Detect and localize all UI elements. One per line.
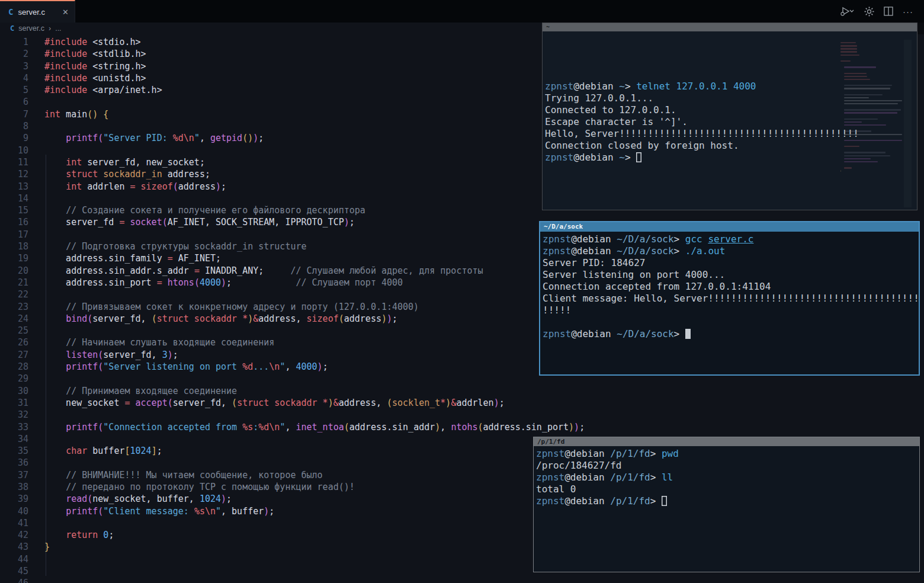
tab-server-c[interactable]: C server.c ✕: [0, 0, 75, 23]
code-text: [28, 193, 50, 204]
token: [98, 169, 103, 180]
token: address.sin_addr.s_addr: [44, 265, 194, 276]
terminal-content[interactable]: zpnst@debian /p/1/fd> pwd/proc/184627/fd…: [534, 446, 919, 572]
token: :: [253, 422, 258, 433]
terminal-titlebar[interactable]: ~: [543, 23, 917, 31]
gear-icon[interactable]: [864, 7, 874, 17]
token: printf: [66, 422, 98, 433]
token: %s: [194, 506, 205, 517]
token: @debian: [573, 152, 613, 163]
breadcrumb-more[interactable]: ...: [55, 24, 61, 33]
terminal-row: Client message: Hello, Server!!!!!!!!!!!…: [543, 293, 919, 305]
code-line: 31 new_socket = accept(server_fd, (struc…: [0, 397, 924, 409]
line-number: 17: [0, 229, 28, 241]
terminal-titlebar[interactable]: /p/1/fd: [534, 437, 919, 446]
line-number: 9: [0, 132, 28, 144]
token: // Принимаем входящее соединение: [66, 386, 237, 396]
terminal-window-proc-fd[interactable]: /p/1/fd zpnst@debian /p/1/fd> pwd/proc/1…: [533, 437, 920, 572]
token: [44, 361, 66, 372]
token: ~: [619, 152, 625, 163]
token: <string.h>: [87, 61, 146, 72]
token: address,: [258, 313, 306, 324]
token: (: [344, 422, 349, 433]
token: Trying 127.0.0.1...: [545, 92, 653, 104]
token: ): [574, 422, 579, 433]
token: sockaddr_in: [103, 169, 162, 180]
minimap-ghost-line: [840, 51, 857, 52]
code-text: printf("Client message: %s\n", buffer);: [28, 505, 274, 517]
close-tab-icon[interactable]: ✕: [62, 8, 69, 17]
line-number: 30: [0, 385, 28, 397]
token: %d: [242, 361, 253, 372]
token: sizeof: [141, 181, 173, 192]
token: [44, 386, 66, 396]
token: ;: [579, 422, 585, 433]
line-number: 1: [0, 36, 28, 48]
token: ;: [258, 133, 264, 143]
token: ): [435, 422, 440, 433]
terminal-content[interactable]: zpnst@debian ~/D/a/sock> gcc server.czpn…: [540, 232, 919, 374]
token: zpnst: [545, 81, 573, 92]
token: htons: [168, 277, 194, 288]
code-text: address.sin_family = AF_INET;: [28, 252, 221, 264]
breadcrumb[interactable]: C server.c › ...: [0, 23, 543, 34]
line-number: 40: [0, 505, 28, 517]
token: bind: [66, 313, 87, 324]
token: ,: [440, 422, 451, 433]
token: >: [650, 495, 662, 507]
token: ,: [285, 361, 296, 372]
c-file-icon-small: C: [10, 24, 14, 33]
token: ~/D/a/sock: [617, 245, 673, 257]
code-line: 32: [0, 409, 924, 421]
token: // Привязываем сокет к конкретному адрес…: [66, 302, 419, 312]
line-number: 33: [0, 421, 28, 433]
token: [44, 530, 66, 540]
token: ): [248, 313, 253, 324]
run-debug-icon[interactable]: [839, 6, 855, 17]
line-number: 43: [0, 541, 28, 553]
terminal-window-sock[interactable]: ~/D/a/sock zpnst@debian ~/D/a/sock> gcc …: [539, 221, 920, 376]
terminal-row: zpnst@debian ~/D/a/sock> gcc server.c: [543, 233, 919, 245]
token: printf: [66, 133, 98, 143]
terminal-row: Connection closed by foreign host.: [545, 140, 917, 152]
token: [605, 472, 611, 483]
token: [98, 530, 103, 540]
line-number: 22: [0, 289, 28, 300]
token: \n: [269, 361, 280, 372]
minimap-ghost-line: [840, 42, 856, 43]
token: >: [625, 81, 636, 92]
minimap-ghost-line: [844, 167, 852, 168]
terminal-row: zpnst@debian /p/1/fd> pwd: [536, 448, 919, 460]
split-editor-icon[interactable]: [884, 7, 893, 16]
terminal-titlebar[interactable]: ~/D/a/sock: [540, 222, 919, 232]
terminal-row: zpnst@debian /p/1/fd>: [536, 495, 919, 507]
code-text: #include <stdlib.h>: [28, 48, 146, 60]
token: >: [650, 448, 662, 459]
token: [614, 81, 620, 92]
code-text: printf("Connection accepted from %s:%d\n…: [28, 421, 585, 433]
token: ): [221, 494, 226, 504]
token: =: [130, 181, 136, 192]
token: ;: [323, 361, 328, 372]
terminal-content[interactable]: zpnst@debian ~> telnet 127.0.0.1 4000Try…: [543, 31, 917, 210]
terminal-row: [543, 316, 919, 328]
breadcrumb-file[interactable]: server.c: [18, 24, 44, 33]
token: [44, 133, 66, 143]
token: zpnst: [543, 328, 571, 339]
line-number: 31: [0, 397, 28, 409]
token: (: [478, 422, 483, 433]
terminal-row: Escape character is '^]'.: [545, 116, 917, 128]
token: new_socket: [44, 398, 124, 408]
line-number: 3: [0, 60, 28, 72]
token: (: [98, 422, 103, 433]
line-number: 32: [0, 409, 28, 421]
terminal-window-telnet[interactable]: ~ zpnst@debian ~> telnet 127.0.0.1 4000T…: [542, 23, 917, 210]
minimap-ghost-line: [844, 76, 867, 77]
terminal-row: total 0: [536, 483, 919, 495]
token: accept: [136, 398, 168, 408]
minimap-ghost-line: [840, 60, 851, 62]
token: [44, 302, 66, 312]
terminal-row: Hello, Server!!!!!!!!!!!!!!!!!!!!!!!!!!!…: [545, 128, 917, 140]
token: struct sockaddr *: [237, 398, 328, 408]
more-actions-icon[interactable]: ···: [903, 7, 913, 17]
